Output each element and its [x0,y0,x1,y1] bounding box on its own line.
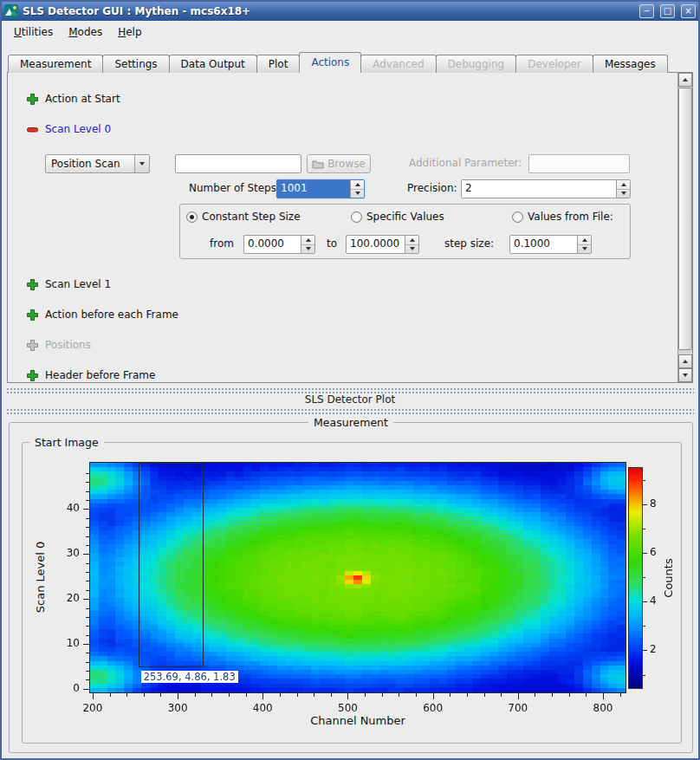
x-minor-tick [620,693,621,697]
spin-down-icon[interactable] [617,190,630,198]
y-minor-tick [86,572,89,573]
scroll-up-button-bottom[interactable] [678,354,692,368]
action-at-start-row[interactable]: Action at Start [26,92,120,106]
action-before-each-frame-label[interactable]: Action before each Frame [45,309,178,321]
tab-settings[interactable]: Settings [102,55,169,73]
scan-mode-combobox[interactable]: Position Scan [45,154,150,173]
step-size-label: step size: [444,237,494,250]
menu-help[interactable]: Help [110,23,149,42]
spin-up-icon[interactable] [405,236,418,245]
plot-dock: Measurement Start Image Scan Level 0 Cha… [2,418,698,758]
window-title: SLS Detector GUI : Mythen - mcs6x18+ [23,5,633,17]
scan-level-1-label[interactable]: Scan Level 1 [45,278,111,290]
x-minor-tick [484,693,485,697]
y-minor-tick [86,491,89,492]
maximize-button[interactable]: □ [660,4,675,18]
y-minor-tick [86,653,89,653]
from-spinbox[interactable]: 0.0000 [243,235,315,254]
y-minor-tick [86,500,89,501]
positions-label: Positions [45,339,91,351]
constant-step-size-label[interactable]: Constant Step Size [202,211,301,223]
plus-icon[interactable] [26,278,39,291]
chevron-down-icon[interactable] [134,155,149,172]
script-path-input[interactable] [175,154,301,173]
tab-data-output[interactable]: Data Output [169,55,257,73]
colorbar-minor-tick [643,577,645,578]
specific-values-radio[interactable] [351,211,362,223]
colorbar-tick-label: 2 [650,643,657,655]
spin-down-icon[interactable] [301,245,314,254]
positions-row: Positions [26,338,91,352]
minus-icon[interactable] [26,123,39,136]
scan-level-0-label[interactable]: Scan Level 0 [45,123,111,135]
spin-up-icon[interactable] [351,180,364,190]
from-value: 0.0000 [244,236,301,253]
y-minor-tick [86,635,89,636]
x-tick-label: 600 [416,702,450,714]
x-minor-tick [195,693,196,697]
spin-up-icon[interactable] [301,236,314,245]
x-axis-title: Channel Number [310,714,405,727]
action-at-start-label[interactable]: Action at Start [45,93,120,105]
y-minor-tick [86,679,89,680]
to-spinbox[interactable]: 100.0000 [346,235,419,254]
x-major-tick [347,693,348,699]
scan-level-1-row[interactable]: Scan Level 1 [26,277,111,291]
scan-mode-value: Position Scan [46,158,134,170]
tab-measurement[interactable]: Measurement [8,55,103,73]
step-size-spinbox[interactable]: 0.1000 [509,235,592,254]
specific-values-label[interactable]: Specific Values [366,211,444,223]
y-major-tick [83,644,89,645]
scroll-up-button[interactable] [678,73,692,87]
spin-down-icon[interactable] [405,245,418,254]
y-minor-tick [86,563,89,564]
colorbar-minor-tick [643,529,645,529]
values-from-file-radio[interactable] [512,211,523,223]
colorbar-major-tick [643,553,647,554]
colorbar [629,468,642,688]
plus-icon[interactable] [26,369,39,382]
x-minor-tick [535,693,535,697]
menu-utilities[interactable]: Utilities [6,23,61,42]
close-button[interactable]: × [681,4,696,18]
y-tick-label: 40 [52,502,80,514]
splitter-handle[interactable]: SLS Detector Plot [2,383,698,418]
precision-value: 2 [462,180,616,198]
titlebar[interactable]: SLS Detector GUI : Mythen - mcs6x18+ − □… [2,2,698,21]
precision-spinbox[interactable]: 2 [461,179,631,198]
scroll-down-button[interactable] [678,368,692,382]
scan-level-0-row[interactable]: Scan Level 0 [26,122,111,136]
colorbar-title: Counts [662,558,675,597]
scrollbar-thumb[interactable] [678,88,692,350]
tab-plot[interactable]: Plot [256,55,301,73]
x-minor-tick [586,693,587,697]
splitter-dots-bottom[interactable] [6,408,694,415]
header-before-frame-label[interactable]: Header before Frame [45,369,155,381]
action-before-each-frame-row[interactable]: Action before each Frame [26,308,178,322]
vertical-scrollbar[interactable] [677,73,692,382]
plus-icon[interactable] [26,93,39,106]
spin-up-icon[interactable] [578,236,591,245]
values-from-file-label[interactable]: Values from File: [528,211,613,223]
plus-icon[interactable] [26,309,39,322]
spin-up-icon[interactable] [617,180,630,190]
tab-messages[interactable]: Messages [593,55,668,73]
x-major-tick [433,693,434,699]
minimize-button[interactable]: − [639,4,654,18]
y-major-tick [83,554,89,555]
x-major-tick [603,693,604,699]
additional-parameter-label: Additional Parameter: [409,157,522,169]
spin-down-icon[interactable] [578,245,591,254]
constant-step-size-radio[interactable] [186,211,198,223]
plot-widget: Scan Level 0 Channel Number Counts 253.6… [23,443,681,743]
spin-down-icon[interactable] [351,190,364,198]
to-value: 100.0000 [347,236,405,253]
menu-modes[interactable]: Modes [61,23,110,42]
tab-actions[interactable]: Actions [299,52,361,73]
colorbar-major-tick [643,650,647,651]
measurement-group-title: Measurement [308,416,393,429]
number-of-steps-spinbox[interactable]: 1001 [276,179,365,198]
header-before-frame-row[interactable]: Header before Frame [26,368,155,382]
colorbar-major-tick [643,601,647,602]
y-minor-tick [86,527,89,528]
